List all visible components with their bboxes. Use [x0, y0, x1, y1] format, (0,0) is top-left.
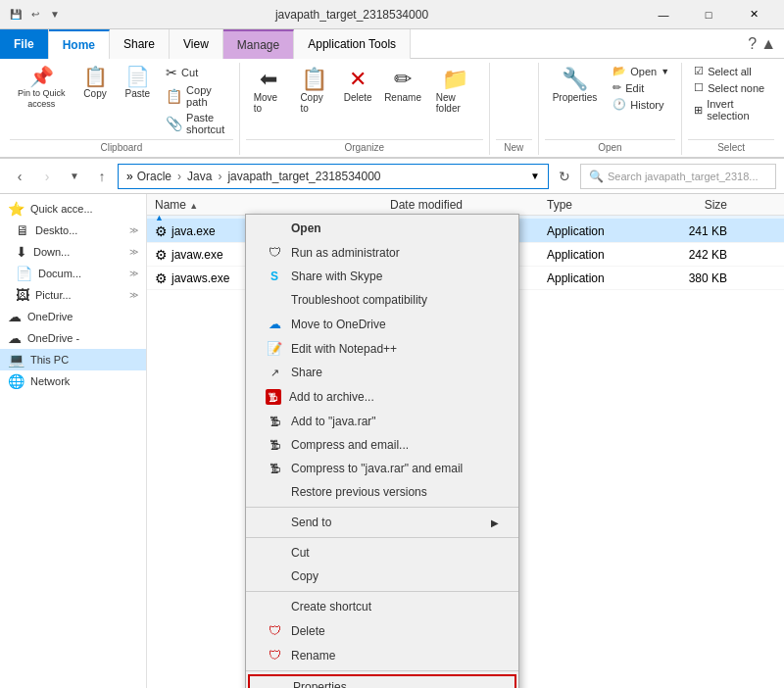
tab-application-tools[interactable]: Application Tools — [294, 29, 411, 59]
ctx-cut[interactable]: Cut — [246, 541, 518, 565]
help-icon[interactable]: ? — [748, 35, 757, 53]
copy-to-label: Copy to — [300, 92, 328, 114]
history-button[interactable]: 🕐 History — [607, 96, 675, 113]
ctx-restore[interactable]: Restore previous versions — [246, 480, 518, 504]
new-group-label: New — [496, 139, 532, 155]
rename-button[interactable]: ✏ Rename — [379, 63, 426, 107]
new-folder-label: New folder — [436, 92, 475, 114]
address-bar[interactable]: » Oracle › Java › javapath_target_231853… — [118, 164, 549, 189]
ctx-archive[interactable]: 🗜 Add to archive... — [246, 384, 518, 410]
move-to-button[interactable]: ⬅ Move to — [246, 63, 291, 118]
ctx-share-icon: ↗ — [266, 367, 283, 379]
ctx-shortcut[interactable]: Create shortcut — [246, 595, 518, 618]
breadcrumb-java[interactable]: Java — [187, 170, 212, 183]
ctx-share[interactable]: ↗ Share — [246, 361, 518, 384]
up-button[interactable]: ↑ — [90, 165, 114, 188]
sidebar-item-network[interactable]: 🌐 Network — [0, 370, 146, 392]
desktop-arrow: ≫ — [129, 225, 138, 235]
ctx-sendto[interactable]: Send to ▶ — [246, 511, 518, 534]
properties-icon: 🔧 — [562, 67, 588, 92]
ctx-open[interactable]: Open — [246, 217, 518, 240]
ctx-compressraremail[interactable]: 🗜 Compress to "java.rar" and email — [246, 457, 518, 480]
ctx-copy[interactable]: Copy — [246, 565, 518, 588]
forward-button[interactable]: › — [35, 165, 59, 188]
sidebar-item-downloads[interactable]: ⬇ Down... ≫ — [0, 241, 146, 263]
select-none-button[interactable]: ☐ Select none — [688, 79, 774, 96]
javaws-exe-icon: ⚙ — [155, 270, 168, 286]
tab-file[interactable]: File — [0, 29, 49, 59]
ctx-runas-label: Run as administrator — [291, 246, 400, 260]
copy-to-button[interactable]: 📋 Copy to — [292, 63, 336, 118]
select-all-button[interactable]: ☑ Select all — [688, 63, 774, 79]
invert-icon: ⊞ — [694, 104, 703, 117]
pin-to-quick-access-button[interactable]: 📌 Pin to Quickaccess — [10, 63, 74, 114]
maximize-button[interactable]: □ — [686, 0, 731, 29]
ctx-cut-label: Cut — [291, 546, 310, 560]
paste-shortcut-label: Paste shortcut — [186, 112, 227, 135]
close-button[interactable]: ✕ — [731, 0, 776, 29]
search-bar[interactable]: 🔍 Search javapath_target_2318... — [580, 164, 776, 189]
clipboard-buttons: 📌 Pin to Quickaccess 📋 Copy 📄 Paste ✂ Cu… — [10, 63, 233, 137]
paste-button[interactable]: 📄 Paste — [118, 63, 159, 103]
col-header-size[interactable]: Size — [657, 198, 735, 212]
file-list[interactable]: Name ▲ Date modified Type Size ▲ ⚙ java.… — [147, 194, 784, 688]
tab-share[interactable]: Share — [110, 29, 170, 59]
address-dropdown-icon[interactable]: ▼ — [530, 171, 540, 181]
tab-home[interactable]: Home — [49, 29, 110, 59]
downloads-label: Down... — [33, 246, 123, 258]
sidebar-item-documents[interactable]: 📄 Docum... ≫ — [0, 263, 146, 284]
open-ribbon-button[interactable]: 📂 Open ▼ — [607, 63, 675, 79]
collapse-ribbon-icon[interactable]: ▲ — [760, 35, 776, 53]
ctx-runas[interactable]: 🛡 Run as administrator — [246, 240, 518, 265]
ctx-sep-3 — [246, 591, 518, 592]
copy-path-button[interactable]: 📋 Copy path — [160, 82, 233, 110]
customize-icon[interactable]: ▼ — [47, 7, 63, 23]
paste-shortcut-button[interactable]: 📎 Paste shortcut — [160, 110, 233, 137]
properties-ribbon-button[interactable]: 🔧 Properties — [545, 63, 606, 107]
ctx-troubleshoot[interactable]: Troubleshoot compatibility — [246, 288, 518, 312]
sidebar-item-thispc[interactable]: 💻 This PC — [0, 349, 146, 370]
ctx-skype[interactable]: S Share with Skype — [246, 265, 518, 288]
sidebar-item-onedrive2[interactable]: ☁ OneDrive - — [0, 327, 146, 349]
ctx-notepad[interactable]: 📝 Edit with Notepad++ — [246, 336, 518, 361]
delete-button[interactable]: ✕ Delete — [338, 63, 377, 107]
copy-button[interactable]: 📋 Copy — [75, 63, 116, 103]
save-icon[interactable]: 💾 — [8, 7, 24, 23]
ctx-addrar[interactable]: 🗜 Add to "java.rar" — [246, 410, 518, 433]
nav-bar: ‹ › ▼ ↑ » Oracle › Java › javapath_targe… — [0, 159, 784, 194]
col-header-date[interactable]: Date modified — [382, 198, 539, 212]
recent-button[interactable]: ▼ — [63, 165, 86, 188]
invert-selection-button[interactable]: ⊞ Invert selection — [688, 96, 774, 123]
sidebar-item-pictures[interactable]: 🖼 Pictur... ≫ — [0, 284, 146, 306]
cut-button[interactable]: ✂ Cut — [160, 63, 233, 82]
ctx-delete[interactable]: 🛡 Delete — [246, 618, 518, 643]
new-folder-icon: 📁 — [442, 67, 468, 92]
ctx-rename[interactable]: 🛡 Rename — [246, 643, 518, 667]
minimize-button[interactable]: — — [641, 0, 686, 29]
ctx-onedrive[interactable]: ☁ Move to OneDrive — [246, 312, 518, 336]
tab-view[interactable]: View — [170, 29, 223, 59]
tab-manage[interactable]: Manage — [223, 29, 294, 59]
undo-icon[interactable]: ↩ — [27, 7, 43, 23]
ribbon-tab-bar: File Home Share View Manage Application … — [0, 29, 784, 59]
refresh-button[interactable]: ↻ — [553, 165, 576, 188]
breadcrumb-oracle[interactable]: Oracle — [137, 170, 172, 183]
sidebar-item-onedrive1[interactable]: ☁ OneDrive — [0, 306, 146, 327]
ctx-sendto-label: Send to — [291, 516, 331, 529]
new-folder-button[interactable]: 📁 New folder — [428, 63, 483, 118]
sort-arrow: ▲ — [189, 201, 198, 211]
sidebar-item-quickaccess[interactable]: ⭐ Quick acce... — [0, 198, 146, 220]
back-button[interactable]: ‹ — [8, 165, 31, 188]
col-header-type[interactable]: Type — [539, 198, 657, 212]
title-bar: 💾 ↩ ▼ javapath_target_2318534000 — □ ✕ — [0, 0, 784, 29]
ctx-compressemail[interactable]: 🗜 Compress and email... — [246, 433, 518, 457]
window-title: javapath_target_2318534000 — [69, 8, 635, 22]
col-header-name[interactable]: Name ▲ — [147, 198, 382, 212]
open-icon: 📂 — [612, 65, 626, 77]
ribbon-content: 📌 Pin to Quickaccess 📋 Copy 📄 Paste ✂ Cu… — [0, 59, 784, 158]
edit-button[interactable]: ✏ Edit — [607, 79, 675, 96]
delete-icon: ✕ — [349, 67, 367, 92]
ctx-properties[interactable]: Properties — [248, 674, 516, 688]
sidebar-item-desktop[interactable]: 🖥 Deskto... ≫ — [0, 220, 146, 241]
breadcrumb-current[interactable]: javapath_target_2318534000 — [227, 170, 380, 183]
